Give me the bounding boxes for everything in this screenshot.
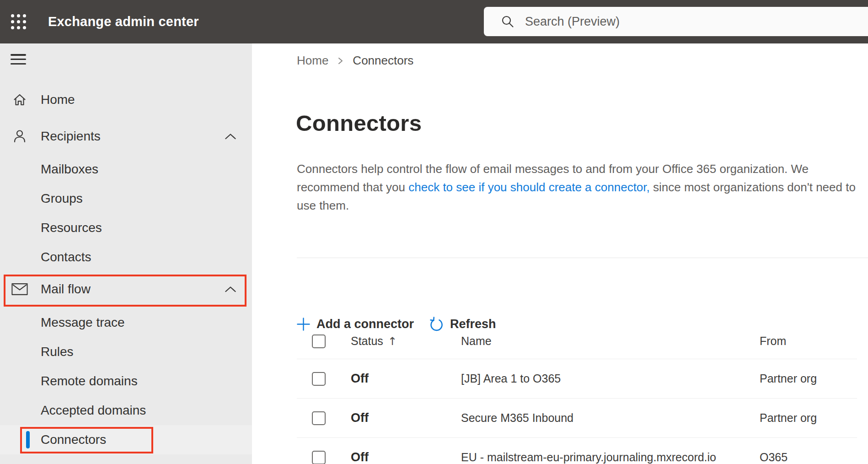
search-box[interactable] (484, 7, 868, 36)
table-row[interactable]: Off [JB] Area 1 to O365 Partner org (297, 359, 857, 399)
home-icon (11, 92, 28, 108)
sidebar-item-label: Contacts (41, 250, 91, 264)
sidebar-item-label: Mailboxes (41, 162, 98, 177)
status-cell: Off (351, 372, 461, 386)
mail-icon (11, 283, 28, 296)
page-title: Connectors (296, 110, 422, 136)
sidebar-item-label: Groups (41, 191, 83, 206)
search-icon (500, 14, 515, 29)
top-bar: Exchange admin center (0, 0, 868, 43)
sidebar-item-label: Remote domains (41, 374, 138, 388)
person-icon (11, 128, 28, 145)
from-cell: Partner org (760, 411, 857, 425)
sidebar-item-label: Resources (41, 221, 102, 235)
sidebar-item-label: Home (41, 92, 75, 107)
table-header-row: Status ↑ Name From (297, 324, 857, 359)
column-header-status[interactable]: Status ↑ (351, 335, 461, 348)
sidebar-item-mailboxes[interactable]: Mailboxes (0, 155, 252, 184)
sidebar-item-contacts[interactable]: Contacts (0, 243, 252, 272)
status-cell: Off (351, 450, 461, 464)
sidebar-item-label: Recipients (41, 129, 101, 144)
sidebar-item-label: Rules (41, 345, 74, 359)
page-description: Connectors help control the flow of emai… (297, 160, 866, 215)
create-connector-link[interactable]: check to see if you should create a conn… (408, 180, 650, 194)
row-checkbox[interactable] (312, 451, 326, 464)
app-title: Exchange admin center (48, 0, 199, 43)
chevron-up-icon[interactable] (224, 286, 237, 293)
breadcrumb-current: Connectors (353, 54, 413, 68)
sidebar-item-recipients[interactable]: Recipients (0, 122, 252, 151)
toolbar-divider (297, 258, 868, 258)
status-cell: Off (351, 411, 461, 425)
sort-ascending-icon: ↑ (388, 335, 397, 348)
column-header-from[interactable]: From (760, 335, 857, 348)
sidebar-item-rules[interactable]: Rules (0, 337, 252, 367)
breadcrumb-home-link[interactable]: Home (297, 54, 328, 68)
column-header-name[interactable]: Name (461, 335, 760, 348)
sidebar-item-connectors[interactable]: Connectors (0, 425, 252, 454)
table-row[interactable]: Off EU - mailstream-eu-primary.journalin… (297, 438, 857, 464)
from-cell: Partner org (760, 372, 857, 385)
sidebar-item-groups[interactable]: Groups (0, 184, 252, 213)
sidebar-item-message-trace[interactable]: Message trace (0, 308, 252, 337)
chevron-up-icon[interactable] (224, 133, 237, 140)
sidebar-item-resources[interactable]: Resources (0, 213, 252, 243)
sidebar-item-label: Accepted domains (41, 403, 146, 418)
selected-indicator-bar (26, 431, 30, 448)
name-cell: Secure M365 Inbound (461, 411, 760, 425)
sidebar-item-label: Message trace (41, 315, 125, 330)
app-launcher-icon[interactable] (11, 14, 26, 29)
sidebar-item-label: Mail flow (41, 282, 91, 297)
sidebar-item-label: Connectors (41, 432, 106, 447)
breadcrumb: Home Connectors (297, 54, 413, 68)
connectors-table: Status ↑ Name From Off [JB] Area 1 to O3… (297, 324, 857, 464)
sidebar-item-mail-flow[interactable]: Mail flow (0, 275, 252, 304)
select-all-checkbox[interactable] (312, 335, 326, 348)
sidebar-item-remote-domains[interactable]: Remote domains (0, 367, 252, 396)
name-cell: [JB] Area 1 to O365 (461, 372, 760, 385)
sidebar-item-home[interactable]: Home (0, 85, 252, 114)
sidebar-item-accepted-domains[interactable]: Accepted domains (0, 396, 252, 425)
table-row[interactable]: Off Secure M365 Inbound Partner org (297, 399, 857, 438)
chevron-right-icon (337, 56, 344, 65)
from-cell: O365 (760, 451, 857, 464)
sidebar-nav: Home Recipients Mailboxes Groups Resourc… (0, 43, 252, 464)
search-input[interactable] (525, 15, 845, 29)
main-content: Home Connectors Connectors Connectors he… (252, 43, 868, 464)
row-checkbox[interactable] (312, 411, 326, 425)
row-checkbox[interactable] (312, 372, 326, 386)
name-cell: EU - mailstream-eu-primary.journaling.mx… (461, 451, 760, 464)
hamburger-menu-icon[interactable] (11, 54, 26, 65)
